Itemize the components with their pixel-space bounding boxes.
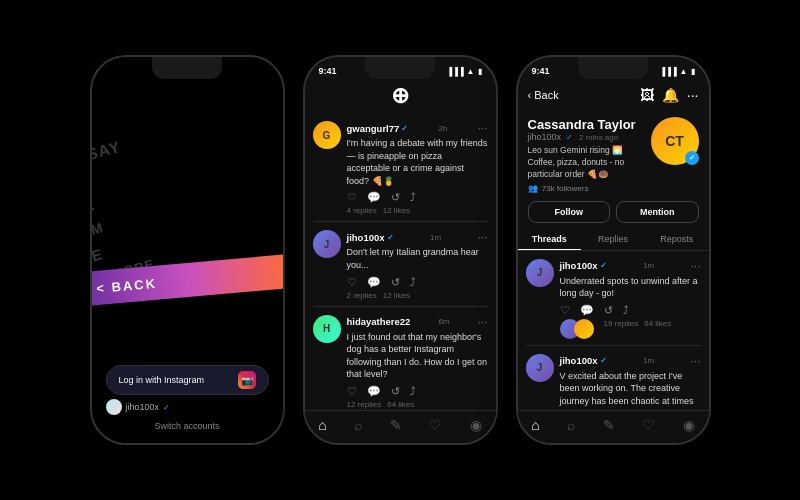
signal-icon-3: ▐▐▐ bbox=[660, 67, 677, 76]
post-content-3: hidayathere22 6m ··· I just found out th… bbox=[347, 315, 488, 409]
post-content-2: jiho100x ✓ 1m ··· Don't let my Italian g… bbox=[347, 230, 488, 299]
profile-post-1: J jiho100x ✓ 1m ··· Underrated spots to … bbox=[526, 251, 701, 346]
profile-nav-header: ‹ Back 🖼 🔔 ··· bbox=[518, 79, 709, 111]
post-actions-3: ♡ 💬 ↺ ⤴ bbox=[347, 385, 488, 398]
profile-info: Cassandra Taylor jiho100x ✓ 2 mins ago L… bbox=[528, 117, 643, 193]
like-icon-3[interactable]: ♡ bbox=[347, 385, 357, 398]
profile-tabs: Threads Replies Reposts bbox=[518, 229, 709, 251]
likes-3: 64 likes bbox=[387, 400, 414, 409]
more-icon[interactable]: ··· bbox=[687, 87, 699, 103]
share-icon-3[interactable]: ⤴ bbox=[410, 385, 416, 398]
wifi-icon-3: ▲ bbox=[680, 67, 688, 76]
post-meta-1: 4 replies 12 likes bbox=[347, 206, 488, 215]
profile-name: Cassandra Taylor bbox=[528, 117, 643, 132]
back-button[interactable]: ‹ Back bbox=[528, 89, 559, 101]
search-nav-3[interactable]: ⌕ bbox=[567, 417, 575, 433]
repost-icon-2[interactable]: ↺ bbox=[391, 276, 400, 289]
repost-icon-1[interactable]: ↺ bbox=[391, 191, 400, 204]
tab-replies[interactable]: Replies bbox=[581, 229, 645, 250]
avatar-gwangurl: G bbox=[313, 121, 341, 149]
post-content-1: gwangurl77 ✓ 2h ··· I'm having a debate … bbox=[347, 121, 488, 215]
profile-verified: ✓ bbox=[566, 133, 573, 142]
switch-accounts-button[interactable]: Switch accounts bbox=[154, 421, 219, 431]
post-meta-2: 2 replies 12 likes bbox=[347, 291, 488, 300]
tab-reposts[interactable]: Reposts bbox=[645, 229, 709, 250]
avatar-jiho-p2: J bbox=[526, 354, 554, 382]
repost-icon-p1[interactable]: ↺ bbox=[604, 304, 613, 317]
post-meta-3: 12 replies 64 likes bbox=[347, 400, 488, 409]
post-username-1: gwangurl77 ✓ bbox=[347, 123, 409, 134]
feed-header: ⊕ bbox=[305, 79, 496, 113]
mention-button[interactable]: Mention bbox=[616, 201, 699, 223]
post-more-3[interactable]: ··· bbox=[477, 315, 487, 329]
profile-nav-3[interactable]: ◉ bbox=[683, 417, 695, 433]
post-header-2: jiho100x ✓ 1m ··· bbox=[347, 230, 488, 244]
profile-post-more-1[interactable]: ··· bbox=[690, 259, 700, 273]
signal-icon-2: ▐▐▐ bbox=[447, 67, 464, 76]
bell-icon[interactable]: 🔔 bbox=[662, 87, 679, 103]
splash-user-row: jiho100x ✓ bbox=[106, 399, 171, 415]
activity-nav-3[interactable]: ♡ bbox=[642, 417, 655, 433]
like-icon-p1[interactable]: ♡ bbox=[560, 304, 570, 317]
post-1: G gwangurl77 ✓ 2h ··· I'm having a debat… bbox=[313, 113, 488, 222]
tab-threads[interactable]: Threads bbox=[518, 229, 582, 250]
post-header-1: gwangurl77 ✓ 2h ··· bbox=[347, 121, 488, 135]
avatar-hidayat: H bbox=[313, 315, 341, 343]
post-actions-2: ♡ 💬 ↺ ⤴ bbox=[347, 276, 488, 289]
comment-icon-2[interactable]: 💬 bbox=[367, 276, 381, 289]
home-nav[interactable]: ⌂ bbox=[318, 417, 326, 433]
profile-post-header-1: jiho100x ✓ 1m ··· bbox=[560, 259, 701, 273]
share-icon-2[interactable]: ⤴ bbox=[410, 276, 416, 289]
comment-icon-3[interactable]: 💬 bbox=[367, 385, 381, 398]
search-nav[interactable]: ⌕ bbox=[354, 417, 362, 433]
profile-likes-1: 64 likes bbox=[644, 319, 671, 339]
share-icon-p1[interactable]: ⤴ bbox=[623, 304, 629, 317]
battery-icon-3: ▮ bbox=[691, 67, 695, 76]
feed-list: G gwangurl77 ✓ 2h ··· I'm having a debat… bbox=[305, 113, 496, 410]
repost-icon-3[interactable]: ↺ bbox=[391, 385, 400, 398]
post-more-1[interactable]: ··· bbox=[477, 121, 487, 135]
splash-username: jiho100x bbox=[126, 402, 160, 412]
like-icon-2[interactable]: ♡ bbox=[347, 276, 357, 289]
profile-post-more-2[interactable]: ··· bbox=[690, 354, 700, 368]
post-actions-1: ♡ 💬 ↺ ⤴ bbox=[347, 191, 488, 204]
battery-icon-2: ▮ bbox=[478, 67, 482, 76]
profile-post-username-2: jiho100x ✓ bbox=[560, 355, 607, 366]
post-time-3: 6m bbox=[438, 317, 449, 326]
avatar-jiho-2: J bbox=[313, 230, 341, 258]
profile-post-content-2: jiho100x ✓ 1m ··· V excited about the pr… bbox=[560, 354, 701, 410]
share-icon-1[interactable]: ⤴ bbox=[410, 191, 416, 204]
notch-3 bbox=[578, 57, 648, 79]
like-icon-1[interactable]: ♡ bbox=[347, 191, 357, 204]
splash-avatar bbox=[106, 399, 122, 415]
replies-3: 12 replies bbox=[347, 400, 382, 409]
profile-username: jiho100x ✓ 2 mins ago bbox=[528, 132, 643, 142]
profile-post-header-2: jiho100x ✓ 1m ··· bbox=[560, 354, 701, 368]
say-more-background: SAY MORE SAY MORE S SAY MORE SAY MORE S … bbox=[92, 79, 283, 357]
profile-post-2: J jiho100x ✓ 1m ··· V excited about the … bbox=[526, 346, 701, 410]
comment-icon-p1[interactable]: 💬 bbox=[580, 304, 594, 317]
replies-2: 2 replies bbox=[347, 291, 377, 300]
bottom-nav-3: ⌂ ⌕ ✎ ♡ ◉ bbox=[518, 410, 709, 443]
profile-post-time-2: 1m bbox=[643, 356, 654, 365]
comment-icon-1[interactable]: 💬 bbox=[367, 191, 381, 204]
profile-post-meta-1: 19 replies 64 likes bbox=[560, 319, 701, 339]
instagram-icon: 📷 bbox=[238, 371, 256, 389]
compose-nav-3[interactable]: ✎ bbox=[603, 417, 615, 433]
compose-nav[interactable]: ✎ bbox=[390, 417, 402, 433]
threads-banner-text: < Back bbox=[95, 276, 157, 296]
profile-nav[interactable]: ◉ bbox=[470, 417, 482, 433]
post-username-2: jiho100x ✓ bbox=[347, 232, 394, 243]
gallery-icon[interactable]: 🖼 bbox=[640, 87, 654, 103]
verified-icon: ✓ bbox=[163, 403, 170, 412]
home-nav-3[interactable]: ⌂ bbox=[531, 417, 539, 433]
splash-bottom: Log in with Instagram 📷 jiho100x ✓ Switc… bbox=[92, 357, 283, 443]
threads-logo: ⊕ bbox=[391, 83, 409, 109]
follow-button[interactable]: Follow bbox=[528, 201, 611, 223]
profile-feed: J jiho100x ✓ 1m ··· Underrated spots to … bbox=[518, 251, 709, 410]
login-with-instagram-button[interactable]: Log in with Instagram 📷 bbox=[106, 365, 269, 395]
followers-icon: 👥 bbox=[528, 184, 538, 193]
phone-splash: 9:41 ▐▐▐ ▲ ▮ SAY MORE SAY MORE S SAY MOR… bbox=[90, 55, 285, 445]
activity-nav[interactable]: ♡ bbox=[429, 417, 442, 433]
post-more-2[interactable]: ··· bbox=[477, 230, 487, 244]
